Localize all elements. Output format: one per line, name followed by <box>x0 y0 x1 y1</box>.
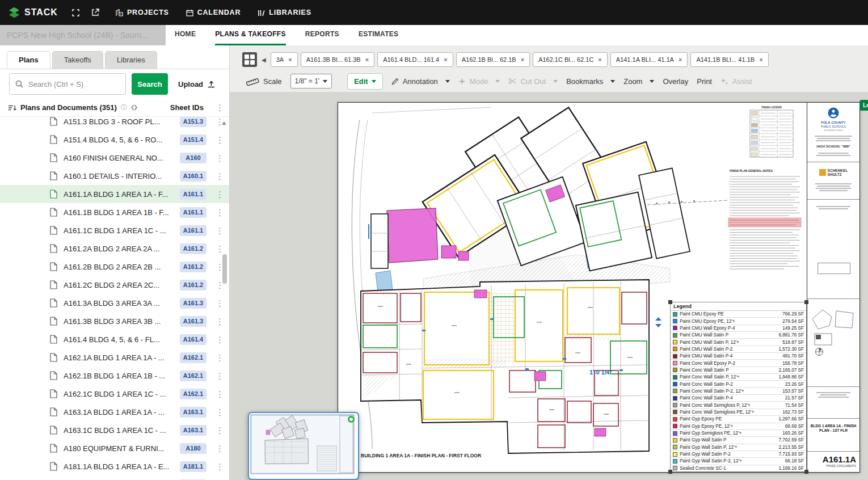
legend-row[interactable]: Paint CMU Wall Satin P-4481.70 SF <box>671 353 806 360</box>
plan-list-item[interactable]: A161.3A BLDG 3 AREA 3A ...A161.3⋮ <box>0 294 229 312</box>
close-tab-icon[interactable]: × <box>598 56 601 63</box>
sheet-tab[interactable]: A161.4 BLD... 161.4× <box>377 52 453 67</box>
cutout-dropdown[interactable]: Cut Out <box>508 77 558 86</box>
plan-list-item[interactable]: A161.1B BLDG 1 AREA 1B - F...A161.1⋮ <box>0 203 229 221</box>
sheet-id-badge[interactable]: A161.2 <box>180 243 207 254</box>
project-title[interactable]: PCPS New High School (24B) - Sourn... <box>0 25 166 45</box>
sheet-id-badge[interactable]: A161.2 <box>180 262 207 272</box>
sheet-tab[interactable]: A162.1B Bl... 62.1B× <box>456 52 530 67</box>
plan-list-item[interactable]: A161.2A BLDG 2 AREA 2A ...A161.2⋮ <box>0 239 229 258</box>
zoom-dropdown[interactable]: Zoom <box>623 77 654 86</box>
takeoff-legend[interactable]: Legend Paint CMU Epoxy PE766.29 SF Paint… <box>670 302 807 472</box>
kebab-menu-icon[interactable]: ⋮ <box>216 462 222 471</box>
close-tab-icon[interactable]: × <box>521 56 524 63</box>
legend-row[interactable]: Paint Gyp Epoxy PE1,297.66 SF <box>671 416 806 423</box>
close-tab-icon[interactable]: × <box>288 56 292 63</box>
sheet-tab[interactable]: A161.3B Bl... 61.3B× <box>301 52 374 67</box>
edit-dropdown[interactable]: Edit <box>347 73 383 90</box>
tab-plans[interactable]: Plans <box>7 51 50 69</box>
sort-icon[interactable] <box>8 104 16 111</box>
kebab-menu-icon[interactable]: ⋮ <box>216 136 222 144</box>
upload-button[interactable]: Upload <box>174 73 220 95</box>
assist-button[interactable]: Assist <box>720 77 752 86</box>
sheet-tab[interactable]: A162.1C Bl... 62.1C× <box>533 52 608 67</box>
sheet-id-badge[interactable]: A161.3 <box>180 316 207 327</box>
legend-row[interactable]: Paint Conc Wall Semigloss PE, 12'+162.73… <box>671 409 806 416</box>
sheet-id-badge[interactable]: A162.1 <box>180 352 207 363</box>
plan-list-item[interactable]: A181.1A BLDG 1 AREA 1A - E...A181.1⋮ <box>0 457 229 475</box>
plan-list-item[interactable]: A160 FINISH GENERAL NO...A160⋮ <box>0 149 229 167</box>
plan-list-item[interactable]: A161.4 BLDG 4, 5, & 6 - FL...A161.4⋮ <box>0 330 229 348</box>
legend-row[interactable]: Paint Conc Wall Satin P-421.57 SF <box>671 395 806 402</box>
search-input[interactable] <box>27 79 115 89</box>
legend-resize-handle[interactable] <box>668 470 672 474</box>
kebab-menu-icon[interactable]: ⋮ <box>216 353 222 362</box>
kebab-menu-icon[interactable]: ⋮ <box>216 190 222 199</box>
sheet-id-badge[interactable]: A180 <box>180 443 207 454</box>
legend-collapsed-tab[interactable]: Le <box>859 100 868 111</box>
collapse-icon[interactable] <box>131 104 137 111</box>
plan-list-item[interactable]: A162.1C BLDG 1 AREA 1C - ...A162.1⋮ <box>0 385 229 403</box>
sheet-id-badge[interactable]: A161.1 <box>180 189 207 200</box>
info-icon[interactable]: ⓘ <box>121 103 127 112</box>
legend-row[interactable]: Paint Gyp Wall Satin P, 12'+2,213.55 SF <box>671 444 806 451</box>
annotation-dropdown[interactable]: Annotation <box>391 77 450 86</box>
legend-row[interactable]: Paint CMU Wall Epoxy P-4149.25 SF <box>671 325 806 332</box>
kebab-menu-icon[interactable]: ⋮ <box>216 335 222 344</box>
sheet-grid-button[interactable] <box>242 52 257 67</box>
sheet-id-badge[interactable]: A161.1 <box>180 225 207 236</box>
fullscreen-icon[interactable] <box>68 5 84 20</box>
nav-projects[interactable]: PROJECTS <box>116 9 169 16</box>
legend-row[interactable]: Paint CMU Epoxy PE766.29 SF <box>671 311 806 318</box>
legend-row[interactable]: Paint Conc Wall Semigloss P, 12'+71.54 S… <box>671 402 806 409</box>
scrollbar-thumb[interactable] <box>222 254 227 284</box>
kebab-menu-icon[interactable]: ⋮ <box>216 208 222 217</box>
kebab-menu-icon[interactable]: ⋮ <box>216 299 222 308</box>
tab-takeoffs[interactable]: Takeoffs <box>52 51 103 69</box>
plan-list-item[interactable]: A161.2C BLDG 2 AREA 2C...A161.2⋮ <box>0 276 229 294</box>
plan-list-item[interactable]: A161.2B BLDG 2 AREA 2B ...A161.2⋮ <box>0 258 229 276</box>
close-tab-icon[interactable]: × <box>679 56 682 63</box>
nav-calendar[interactable]: CALENDAR <box>186 9 241 16</box>
sheet-id-badge[interactable]: A161.3 <box>180 298 207 309</box>
dimension-annotation[interactable]: 1'-0 1/4" <box>589 369 612 376</box>
tab-home[interactable]: HOME <box>175 25 196 45</box>
sheet-tab[interactable]: A141.1B BLI... 41.1B× <box>690 52 768 67</box>
kebab-menu-icon[interactable]: ⋮ <box>216 263 222 271</box>
legend-row[interactable]: Paint Conc Wall Satin P2,165.07 SF <box>671 367 806 374</box>
kebab-menu-icon[interactable]: ⋮ <box>216 154 222 162</box>
drawing-canvas[interactable]: FINISH LEGEND FINISH PLAN GENERAL NOTES <box>230 92 868 480</box>
sheet-id-badge[interactable]: A161.2 <box>180 280 207 290</box>
kebab-menu-icon[interactable]: ⋮ <box>216 317 222 326</box>
sheet-id-badge[interactable]: A151.3 <box>180 117 207 127</box>
legend-row[interactable]: Paint Gyp Wall Satin P-27,715.93 SF <box>671 451 806 458</box>
plan-list-item[interactable]: A160.1 DETAILS - INTERIO...A160.1⋮ <box>0 167 229 185</box>
plan-sheet[interactable]: FINISH LEGEND FINISH PLAN GENERAL NOTES <box>338 102 860 473</box>
stack-logo[interactable]: STACK <box>8 6 58 19</box>
plan-list-item-selected[interactable]: A161.1A BLDG 1 AREA 1A - F...A161.1⋮ <box>0 185 229 203</box>
bookmarks-dropdown[interactable]: Bookmarks <box>566 77 615 86</box>
kebab-menu-icon[interactable]: ⋮ <box>216 172 222 180</box>
legend-row[interactable]: Paint CMU Epoxy PE, 12'+279.54 SF <box>671 318 806 325</box>
legend-resize-handle[interactable] <box>804 300 808 304</box>
sheet-id-badge[interactable]: A181.1 <box>180 461 207 472</box>
kebab-menu-icon[interactable]: ⋮ <box>216 372 222 380</box>
sheet-id-badge[interactable]: A162.1 <box>180 389 207 399</box>
close-tab-icon[interactable]: × <box>444 56 447 63</box>
sheet-id-badge[interactable]: A151.4 <box>180 134 207 145</box>
kebab-menu-icon[interactable]: ⋮ <box>216 103 222 112</box>
plan-list-item[interactable]: A161.1C BLDG 1 AREA 1C - ...A161.1⋮ <box>0 221 229 239</box>
sheet-id-badge[interactable]: A162.1 <box>180 370 207 381</box>
kebab-menu-icon[interactable]: ⋮ <box>216 426 222 435</box>
sheet-id-badge[interactable]: A160.1 <box>180 171 207 182</box>
plan-list-item[interactable]: A161.3B BLDG 3 AREA 3B ...A161.3⋮ <box>0 312 229 330</box>
kebab-menu-icon[interactable]: ⋮ <box>216 226 222 235</box>
scrollbar-up-arrow[interactable] <box>222 121 226 125</box>
overlay-button[interactable]: Overlay <box>663 77 688 86</box>
legend-row[interactable]: Paint Gyp Wall Satin P7,702.59 SF <box>671 437 806 444</box>
sheet-id-badge[interactable]: A163.1 <box>180 425 207 436</box>
legend-row[interactable]: Paint Gyp Wall Satin P-2, 12'+66.18 SF <box>671 458 806 465</box>
sheet-id-badge[interactable]: A161.1 <box>180 207 207 218</box>
print-button[interactable]: Print <box>697 77 712 86</box>
kebab-menu-icon[interactable]: ⋮ <box>216 281 222 289</box>
